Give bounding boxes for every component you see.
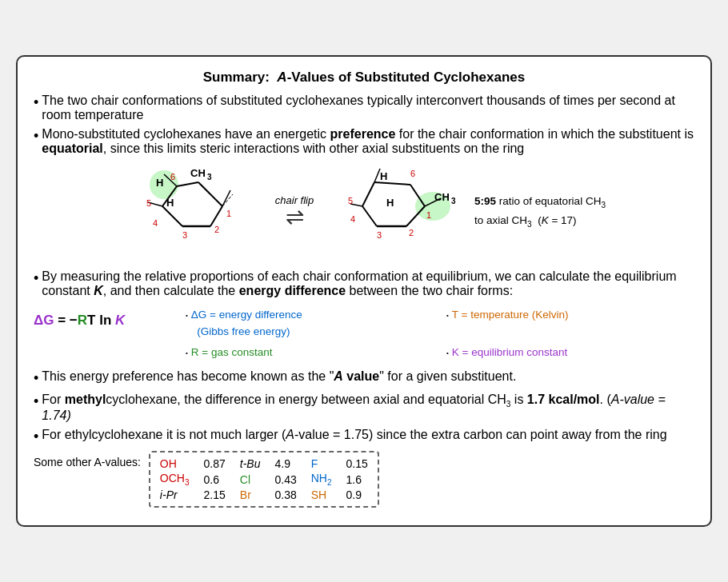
bullet-1: • The two chair conformations of substit… — [34, 94, 694, 122]
svg-text:1: 1 — [426, 210, 431, 220]
group-OH: OH — [160, 457, 190, 470]
svg-text:2: 2 — [214, 225, 219, 234]
svg-text:2: 2 — [409, 228, 414, 237]
left-molecule: CH 3 H H — [122, 162, 250, 261]
bullet-dot-1: • — [34, 94, 38, 122]
svg-text:3: 3 — [451, 197, 456, 205]
group-F: F — [311, 457, 332, 470]
legend-dot-4: • — [446, 349, 449, 359]
a-values-table: OH 0.87 t-Bu 4.9 F 0.15 OCH3 0.6 Cl 0.43… — [149, 451, 379, 508]
svg-line-6 — [210, 206, 222, 226]
bullet-dot-3: • — [34, 269, 38, 298]
group-Cl: Cl — [240, 473, 261, 486]
diagram-row: CH 3 H H — [34, 162, 694, 261]
svg-text:4: 4 — [350, 214, 355, 224]
bullet-5: • For methylcyclohexane, the difference … — [34, 393, 694, 423]
val-NH2: 1.6 — [346, 473, 368, 486]
svg-text:CH: CH — [190, 167, 206, 179]
legend-grid: • ΔG = energy difference (Gibbs free ene… — [186, 306, 694, 361]
svg-text:H: H — [386, 197, 394, 209]
group-OCH3: OCH3 — [160, 472, 190, 487]
chair-flip-arrow: chair flip ⇌ — [258, 194, 330, 229]
page-title: Summary: A-Values of Substituted Cyclohe… — [34, 70, 694, 86]
energy-section: ΔG = −RT ln K • ΔG = energy difference (… — [34, 306, 694, 361]
svg-text:4: 4 — [153, 218, 158, 228]
svg-line-26 — [362, 182, 374, 206]
legend-T: • T = temperature (Kelvin) — [446, 306, 694, 341]
svg-text:5: 5 — [348, 196, 353, 205]
legend-R: • R = gas constant — [186, 344, 434, 361]
svg-text:6: 6 — [410, 169, 415, 178]
svg-text:3: 3 — [377, 230, 382, 240]
bullet-1-text: The two chair conformations of substitut… — [42, 94, 694, 122]
bullet-3-text: By measuring the relative proportions of… — [42, 269, 694, 298]
legend-dg: • ΔG = energy difference (Gibbs free ene… — [186, 306, 434, 341]
delta-g-equation: ΔG = −RT ln K — [34, 306, 170, 329]
main-card: Summary: A-Values of Substituted Cyclohe… — [16, 55, 712, 528]
legend-dot-1: • — [186, 311, 188, 321]
val-SH: 0.9 — [346, 488, 368, 501]
legend-K-text: K = equilibrium constant — [452, 344, 567, 361]
legend-R-text: R = gas constant — [191, 344, 273, 361]
bullet-2: • Mono-substituted cyclohexanes have an … — [34, 127, 694, 156]
svg-line-5 — [198, 182, 222, 206]
val-Br: 0.38 — [274, 488, 296, 501]
ratio-text: 5:95 ratio of equatorial CH3 to axial CH… — [474, 193, 606, 230]
svg-text:CH: CH — [434, 191, 450, 203]
legend-dot-3: • — [446, 311, 449, 321]
group-Br: Br — [240, 488, 261, 501]
val-F: 0.15 — [346, 457, 368, 470]
svg-text:6: 6 — [170, 172, 175, 181]
bullet-2-text: Mono-substituted cyclohexanes have an en… — [42, 127, 694, 156]
a-values-label: Some other A-values: — [34, 451, 141, 468]
svg-text:5: 5 — [146, 198, 151, 208]
a-values-row: Some other A-values: OH 0.87 t-Bu 4.9 F … — [34, 451, 694, 508]
svg-text:H: H — [380, 170, 387, 182]
legend-T-text: T = temperature (Kelvin) — [452, 306, 569, 324]
bullet-5-text: For methylcyclohexane, the difference in… — [42, 393, 694, 423]
svg-text:H: H — [156, 177, 163, 189]
val-tBu: 4.9 — [274, 457, 296, 470]
bullet-6-text: For ethylcyclohexane it is not much larg… — [42, 428, 666, 446]
legend-K: • K = equilibrium constant — [446, 344, 694, 361]
bullet-3: • By measuring the relative proportions … — [34, 269, 694, 298]
svg-line-31 — [374, 182, 410, 185]
bullet-dot-2: • — [34, 127, 38, 156]
group-SH: SH — [311, 488, 332, 501]
group-NH2: NH2 — [311, 472, 332, 487]
bullet-4: • This energy preference has become know… — [34, 369, 694, 388]
bullet-dot-6: • — [34, 428, 38, 446]
bullet-dot-5: • — [34, 393, 38, 423]
legend-dg-text: ΔG = energy difference (Gibbs free energ… — [191, 306, 302, 341]
bullet-dot-4: • — [34, 369, 38, 388]
val-iPr: 2.15 — [204, 488, 226, 501]
right-molecule: H H CH 3 1 2 3 4 — [338, 162, 466, 261]
svg-text:1: 1 — [226, 209, 231, 218]
legend-dot-2: • — [186, 349, 188, 359]
val-Cl: 0.43 — [274, 473, 296, 486]
val-OH: 0.87 — [204, 457, 226, 470]
group-tBu: t-Bu — [240, 457, 261, 470]
svg-line-27 — [362, 206, 377, 226]
bullet-6: • For ethylcyclohexane it is not much la… — [34, 428, 694, 446]
svg-line-8 — [162, 206, 182, 226]
val-OCH3: 0.6 — [204, 473, 226, 486]
bullet-4-text: This energy preference has become known … — [42, 369, 516, 388]
group-iPr: i-Pr — [160, 488, 190, 501]
svg-text:3: 3 — [182, 230, 187, 240]
svg-text:3: 3 — [207, 173, 212, 181]
svg-line-33 — [374, 169, 380, 182]
svg-line-10 — [177, 182, 198, 186]
